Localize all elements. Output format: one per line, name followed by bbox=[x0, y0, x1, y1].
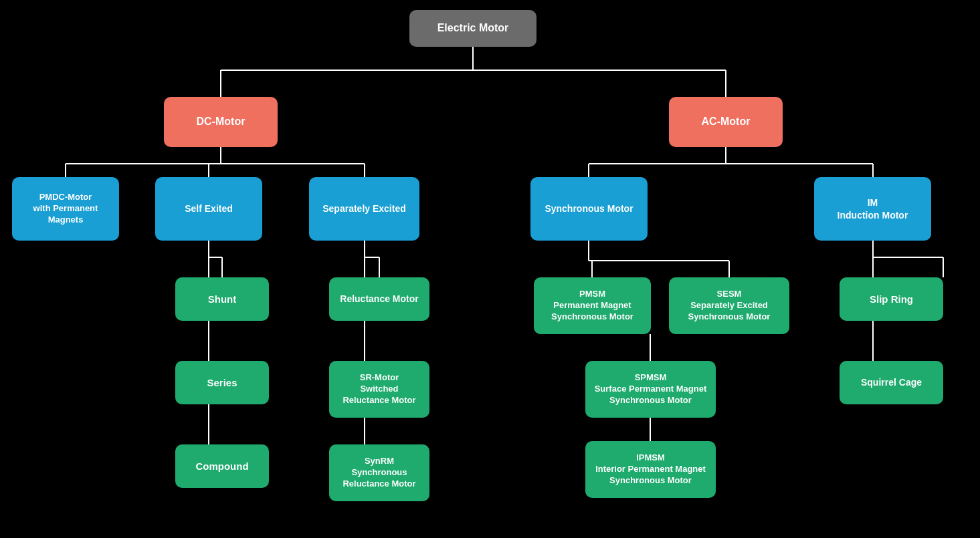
squirrel-cage-node: Squirrel Cage bbox=[840, 361, 943, 404]
electric-motor-node: Electric Motor bbox=[409, 10, 536, 47]
sesm-node: SESMSeparately ExcitedSynchronous Motor bbox=[669, 277, 789, 334]
pmdc-node: PMDC-Motorwith PermanentMagnets bbox=[12, 177, 119, 241]
synrm-node: SynRMSynchronousReluctance Motor bbox=[329, 444, 429, 501]
spmsm-node: SPMSMSurface Permanent MagnetSynchronous… bbox=[585, 361, 716, 418]
sr-motor-node: SR-MotorSwitchedReluctance Motor bbox=[329, 361, 429, 418]
dc-motor-node: DC-Motor bbox=[164, 97, 278, 147]
connector-lines bbox=[0, 0, 980, 538]
series-node: Series bbox=[175, 361, 269, 404]
shunt-node: Shunt bbox=[175, 277, 269, 321]
ipmsm-node: IPMSMInterior Permanent MagnetSynchronou… bbox=[585, 441, 716, 498]
im-motor-node: IMInduction Motor bbox=[814, 177, 931, 241]
synchronous-motor-node: Synchronous Motor bbox=[530, 177, 648, 241]
slip-ring-node: Slip Ring bbox=[840, 277, 943, 321]
reluctance-node: Reluctance Motor bbox=[329, 277, 429, 321]
separately-excited-node: Separately Excited bbox=[309, 177, 419, 241]
pmsm-node: PMSMPermanent MagnetSynchronous Motor bbox=[534, 277, 651, 334]
ac-motor-node: AC-Motor bbox=[669, 97, 783, 147]
compound-node: Compound bbox=[175, 444, 269, 488]
tree-container: Electric Motor DC-Motor AC-Motor PMDC-Mo… bbox=[0, 0, 980, 538]
self-exited-node: Self Exited bbox=[155, 177, 262, 241]
